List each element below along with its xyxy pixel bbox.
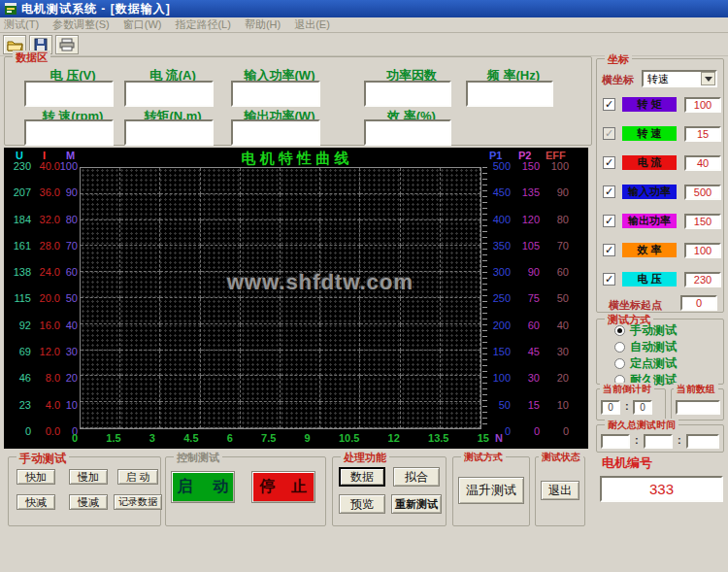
menu-path[interactable]: 指定路径(L) — [175, 17, 230, 32]
frequency-input[interactable] — [466, 81, 553, 107]
series-scale-input[interactable]: 230 — [684, 272, 721, 287]
start-button[interactable]: 启 动 — [171, 471, 235, 503]
preview-button[interactable]: 预览 — [339, 494, 385, 514]
coord-row: ✓输出功率150 — [597, 213, 725, 229]
series-scale-input[interactable]: 15 — [684, 126, 721, 142]
temp-rise-test-button[interactable]: 温升测试 — [458, 477, 524, 504]
stop-button[interactable]: 停 止 — [251, 471, 315, 503]
test-mode-option[interactable]: 自动测试 — [614, 339, 725, 354]
manual-test-title: 手动测试 — [17, 451, 69, 467]
chart-title: 电 机 特 性 曲 线 — [120, 150, 470, 168]
data-area-title: 数据区 — [13, 50, 50, 65]
menu-test[interactable]: 测试(T) — [4, 17, 39, 32]
axis-tick: 16.0 — [33, 320, 60, 331]
exit-button[interactable]: 退出 — [541, 481, 579, 500]
menu-exit[interactable]: 退出(E) — [294, 17, 330, 32]
print-button[interactable] — [55, 35, 79, 54]
axis-tick: 184 — [6, 214, 31, 225]
series-checkbox[interactable]: ✓ — [603, 98, 615, 111]
current-input[interactable] — [124, 81, 214, 107]
radio-button[interactable] — [614, 342, 625, 353]
endurance-m[interactable] — [644, 434, 673, 449]
coord-row: ✓转 矩100 — [597, 96, 725, 113]
menu-param-adjust[interactable]: 参数调整(S) — [52, 17, 110, 32]
axis-tick: 20 — [58, 372, 78, 384]
series-checkbox[interactable]: ✓ — [603, 185, 615, 198]
countdown-min[interactable]: 0 — [601, 400, 620, 415]
power-factor-input[interactable] — [364, 81, 451, 107]
grid-cell — [241, 351, 281, 377]
endurance-s[interactable] — [686, 434, 719, 449]
torque-input[interactable] — [124, 119, 214, 146]
motor-number-input[interactable]: 333 — [600, 476, 723, 502]
menu-window[interactable]: 窗口(W) — [123, 17, 162, 32]
grid-cell — [441, 351, 480, 377]
test-mode-option[interactable]: 定点测试 — [614, 355, 725, 371]
axis-tick: 90 — [516, 266, 540, 278]
test-mode-panel: 测试方式 手动测试自动测试定点测试耐久测试 — [596, 319, 724, 385]
series-checkbox[interactable]: ✓ — [603, 244, 615, 256]
axis-tick: 30 — [58, 346, 78, 357]
grid-cell — [160, 298, 200, 324]
colon: : — [635, 434, 639, 446]
x-axis-select[interactable]: 转速 — [642, 70, 717, 87]
series-checkbox[interactable]: ✓ — [603, 127, 615, 140]
grid-cell — [120, 220, 160, 247]
chevron-down-icon[interactable] — [701, 72, 715, 85]
axis-tick: 138 — [6, 266, 31, 278]
radio-button[interactable] — [614, 325, 625, 336]
speed-input[interactable] — [24, 119, 114, 146]
axis-tick: 15 — [478, 432, 489, 444]
series-scale-input[interactable]: 100 — [684, 97, 721, 113]
start-small-button[interactable]: 启 动 — [117, 469, 158, 485]
series-checkbox[interactable]: ✓ — [603, 156, 615, 169]
colon: : — [625, 400, 629, 412]
axis-tick: 90 — [58, 186, 78, 198]
test-mode-option[interactable]: 手动测试 — [614, 322, 725, 338]
grid-cell — [201, 298, 241, 324]
grid-cell — [441, 298, 480, 324]
fit-button[interactable]: 拟合 — [393, 467, 440, 487]
series-scale-input[interactable]: 40 — [684, 155, 721, 171]
input-power-input[interactable] — [231, 81, 320, 107]
axis-tick: 250 — [487, 292, 511, 304]
axis-tick: 40 — [544, 320, 569, 331]
series-checkbox[interactable]: ✓ — [603, 273, 615, 286]
x-axis-select-value: 转速 — [647, 72, 669, 86]
radio-button[interactable] — [614, 358, 625, 369]
fast-increase-button[interactable]: 快加 — [17, 469, 55, 485]
axis-tick: 0 — [516, 425, 540, 437]
axis-tick: 200 — [487, 320, 511, 331]
axis-tick: 1.5 — [106, 432, 120, 444]
record-data-button[interactable]: 记录数据 — [114, 494, 162, 510]
efficiency-input[interactable] — [364, 119, 451, 146]
series-scale-input[interactable]: 150 — [684, 214, 721, 229]
axis-tick: 230 — [6, 160, 31, 172]
grid-cell — [401, 194, 441, 220]
grid-cell — [320, 194, 360, 220]
fast-decrease-button[interactable]: 快减 — [17, 494, 55, 510]
endurance-h[interactable] — [601, 434, 630, 449]
axis-tick: 30 — [544, 346, 569, 357]
axis-tick: 450 — [487, 186, 511, 198]
slow-decrease-button[interactable]: 慢减 — [69, 494, 108, 510]
axis-tick: 135 — [516, 186, 540, 198]
x-start-input[interactable]: 0 — [680, 295, 717, 311]
grid-cell — [360, 402, 400, 428]
menu-help[interactable]: 帮助(H) — [245, 17, 281, 32]
watermark: www.shfdtw.com — [227, 270, 414, 295]
grid-cell — [160, 168, 200, 194]
series-checkbox[interactable]: ✓ — [603, 215, 615, 227]
slow-increase-button[interactable]: 慢加 — [69, 469, 108, 485]
voltage-input[interactable] — [24, 81, 114, 107]
axis-tick: 115 — [6, 292, 31, 304]
retest-button[interactable]: 重新测试 — [391, 494, 442, 514]
countdown-sec[interactable]: 0 — [633, 400, 652, 415]
x-start-label: 横坐标起点 — [609, 298, 662, 313]
data-button[interactable]: 数据 — [339, 467, 385, 487]
series-scale-input[interactable]: 100 — [684, 243, 721, 258]
output-power-input[interactable] — [231, 119, 320, 146]
control-test-title: 控制测试 — [174, 451, 222, 465]
series-scale-input[interactable]: 500 — [684, 185, 721, 200]
current-group-input[interactable] — [676, 400, 720, 415]
